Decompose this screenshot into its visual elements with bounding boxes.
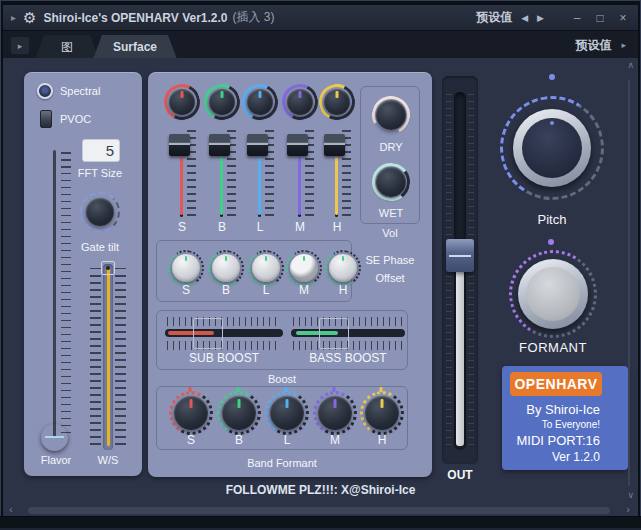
preset-next-icon[interactable]: ▶	[537, 13, 544, 23]
gain-label-h: H	[333, 283, 353, 297]
slider-selection-handle[interactable]	[193, 318, 223, 349]
band-knob-m[interactable]	[287, 89, 313, 115]
footer-message: FOLLOWME PLZ!!!: X@Shiroi-Ice	[0, 483, 641, 497]
formant-knob-face	[526, 267, 580, 321]
pvoc-label: PVOC	[60, 113, 91, 125]
horizontal-scrollbar[interactable]: ‹ ›	[3, 505, 638, 516]
gain-knob-b[interactable]	[212, 254, 240, 282]
detach-arrow-icon[interactable]: ▸	[11, 12, 16, 23]
dry-knob[interactable]	[376, 100, 406, 130]
formant-knob-m[interactable]	[318, 396, 352, 430]
ws-handle[interactable]	[101, 261, 115, 275]
scroll-left-icon[interactable]: ‹	[9, 503, 13, 515]
pvoc-button[interactable]	[40, 110, 52, 128]
knob-pointer	[238, 399, 241, 408]
pitch-knob-marker	[550, 121, 554, 125]
knob-pointer	[342, 256, 344, 261]
bass-boost-label: BASS BOOST	[291, 351, 405, 365]
horizontal-scrollbar-thumb[interactable]	[28, 507, 610, 514]
formant-label: FORMANT	[503, 340, 603, 355]
info-byline: By Shiroi-Ice	[526, 402, 600, 417]
fader-track	[298, 157, 301, 215]
knob-pointer	[286, 399, 289, 408]
vertical-scrollbar[interactable]	[628, 80, 630, 486]
fader-handle[interactable]	[247, 134, 268, 156]
gain-knob-m[interactable]	[290, 254, 318, 282]
minimize-button[interactable]: –	[570, 11, 584, 25]
maximize-button[interactable]: □	[593, 11, 607, 25]
pitch-label: Pitch	[512, 212, 592, 227]
tab-menu-arrow[interactable]: ▸	[11, 37, 29, 54]
preset-label[interactable]: 预设值	[476, 9, 512, 26]
ws-label: W/S	[80, 454, 136, 466]
formant-label-m: M	[325, 433, 345, 447]
title-bar: ▸ ⚙ Shiroi-Ice's OPENHARV Ver1.2.0 (插入 3…	[3, 5, 638, 30]
band-label-m: M	[290, 220, 310, 234]
formant-knob-l[interactable]	[270, 396, 304, 430]
tab-bar: ▸ 图 Surface 预设值 ▸	[3, 30, 638, 58]
preset-prev-icon[interactable]: ◀	[521, 13, 528, 23]
gain-knob-h[interactable]	[329, 254, 357, 282]
fader-track	[220, 157, 223, 215]
gear-icon[interactable]: ⚙	[23, 9, 36, 27]
info-tagline: To Everyone!	[542, 419, 600, 430]
tab-preset-arrow-icon: ▸	[621, 40, 626, 50]
fader-handle[interactable]	[287, 134, 308, 156]
tab-surface[interactable]: Surface	[93, 35, 177, 59]
band-knob-b[interactable]	[209, 89, 235, 115]
tab-preset-selector[interactable]: 预设值 ▸	[569, 35, 632, 55]
band-fader-b[interactable]	[207, 130, 237, 222]
gate-tilt-knob[interactable]	[86, 198, 114, 226]
sub-boost-slider[interactable]	[165, 317, 283, 351]
fft-size-label: FFT Size	[66, 167, 134, 179]
tab-preset-label: 预设值	[575, 37, 611, 54]
bass-boost-slider[interactable]	[291, 317, 405, 351]
band-fader-h[interactable]	[322, 130, 352, 222]
fft-size-input[interactable]: 5	[82, 139, 120, 162]
scroll-down-icon[interactable]: ∨	[627, 490, 634, 500]
band-knob-l[interactable]	[247, 89, 273, 115]
formant-knob-tick	[380, 387, 383, 392]
out-fader[interactable]	[442, 76, 478, 464]
flavor-label: Flavor	[28, 454, 84, 466]
out-fader-fill	[456, 258, 464, 446]
knob-pointer	[299, 91, 302, 98]
band-knob-s[interactable]	[169, 89, 195, 115]
tab-graph[interactable]: 图	[35, 35, 99, 59]
spectral-radio[interactable]	[37, 83, 53, 99]
band-fader-l[interactable]	[245, 130, 275, 222]
close-button[interactable]: ×	[616, 11, 630, 25]
formant-knob-s[interactable]	[174, 396, 208, 430]
scroll-right-icon[interactable]: ›	[626, 503, 630, 515]
band-knob-h[interactable]	[324, 89, 350, 115]
boost-caption: Boost	[156, 373, 408, 385]
formant-knob-tick	[237, 387, 240, 392]
fader-handle[interactable]	[324, 134, 345, 156]
scroll-up-icon[interactable]: ∧	[627, 60, 634, 70]
gain-knob-s[interactable]	[172, 254, 200, 282]
knob-pointer	[303, 256, 305, 261]
center-panel: S B L M H S B L M H DRY	[148, 72, 432, 477]
knob-pointer	[225, 256, 227, 261]
fader-handle[interactable]	[209, 134, 230, 156]
gain-knob-l[interactable]	[252, 254, 280, 282]
knob-pointer	[259, 91, 262, 98]
gain-label-m: M	[294, 283, 314, 297]
band-fader-m[interactable]	[285, 130, 315, 222]
formant-knob-b[interactable]	[222, 396, 256, 430]
flavor-handle[interactable]	[41, 424, 68, 451]
slider-selection-handle[interactable]	[319, 318, 349, 349]
wet-knob[interactable]	[376, 167, 406, 197]
out-label: OUT	[442, 468, 478, 482]
knob-pointer	[336, 91, 339, 98]
slider-ticks-bottom	[167, 341, 281, 350]
out-fader-handle[interactable]	[446, 239, 474, 272]
band-fader-s[interactable]	[167, 130, 197, 222]
formant-knob-h[interactable]	[365, 396, 399, 430]
flavor-track[interactable]	[53, 150, 56, 438]
gain-label-s: S	[176, 283, 196, 297]
fader-handle[interactable]	[169, 134, 190, 156]
fader-track	[258, 157, 261, 215]
dry-wet-group: DRY WET	[360, 86, 420, 224]
info-box: OPENHARV By Shiroi-Ice To Everyone! MIDI…	[502, 366, 628, 470]
